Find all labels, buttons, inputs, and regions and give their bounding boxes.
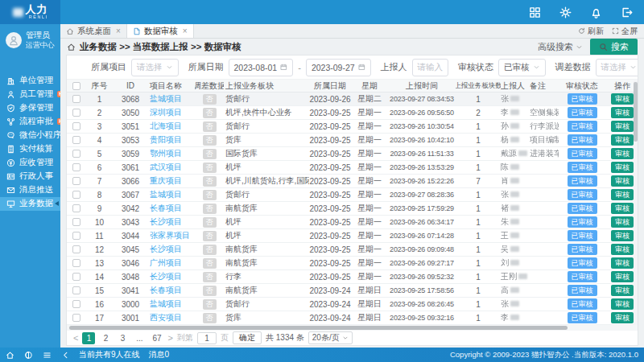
- next-page-arrow[interactable]: >: [168, 333, 173, 343]
- project-link[interactable]: 盐城项目: [150, 93, 182, 105]
- logout-icon[interactable]: [621, 6, 633, 19]
- row-checkbox[interactable]: [72, 136, 80, 144]
- confirm-button[interactable]: 确定: [233, 331, 262, 344]
- page-button[interactable]: 67: [150, 332, 163, 344]
- row-checkbox[interactable]: [72, 177, 80, 185]
- project-link[interactable]: 武汉项目: [150, 162, 182, 173]
- refresh-button[interactable]: 刷新: [578, 26, 604, 37]
- audit-button[interactable]: 审核: [611, 121, 634, 132]
- menu-icon[interactable]: [43, 351, 52, 360]
- row-checkbox[interactable]: [72, 122, 80, 130]
- sidebar-item-building[interactable]: 单位管理: [0, 74, 60, 88]
- row-checkbox[interactable]: [72, 273, 80, 281]
- collapse-left-icon[interactable]: [61, 351, 70, 360]
- prev-page-arrow[interactable]: <: [73, 333, 78, 343]
- project-link[interactable]: 深圳项目: [150, 107, 182, 118]
- advanced-search-toggle[interactable]: 高级搜索: [538, 41, 583, 53]
- theme-icon[interactable]: [24, 351, 33, 360]
- project-select[interactable]: 请选择: [131, 59, 179, 76]
- select-all-checkbox[interactable]: [72, 82, 80, 90]
- status-badge: 已审核: [568, 93, 597, 105]
- sidebar-item-monitor[interactable]: 业务数据: [0, 197, 60, 211]
- audit-button[interactable]: 审核: [611, 93, 634, 105]
- project-link[interactable]: 广州项目: [150, 257, 182, 269]
- user-box[interactable]: 管理员 运营中心: [0, 24, 60, 50]
- reporter-input[interactable]: 请输入: [412, 59, 449, 76]
- row-checkbox[interactable]: [72, 109, 80, 117]
- row-checkbox[interactable]: [72, 218, 80, 226]
- tab-data-audit[interactable]: 数据审核 ×: [127, 24, 194, 38]
- row-checkbox[interactable]: [72, 314, 80, 322]
- row-checkbox[interactable]: [72, 300, 80, 308]
- sidebar-item-idcard[interactable]: 行政人事: [0, 170, 60, 183]
- audit-button[interactable]: 审核: [611, 271, 634, 282]
- audit-button[interactable]: 审核: [611, 285, 634, 296]
- audit-button[interactable]: 审核: [611, 162, 634, 173]
- audit-button[interactable]: 审核: [611, 189, 634, 200]
- audit-button[interactable]: 审核: [611, 107, 634, 118]
- project-link[interactable]: 北海项目: [150, 121, 182, 132]
- goto-page-input[interactable]: 1: [197, 332, 217, 344]
- row-checkbox[interactable]: [72, 232, 80, 240]
- close-icon[interactable]: ×: [116, 27, 121, 35]
- apps-icon[interactable]: [529, 6, 541, 19]
- date-to-input[interactable]: 2023-09-27: [306, 59, 371, 76]
- sidebar-item-employee[interactable]: 员工管理HOT: [0, 88, 60, 101]
- sidebar-item-envelope[interactable]: 消息推送: [0, 183, 60, 197]
- row-checkbox[interactable]: [72, 191, 80, 199]
- per-page-select[interactable]: 20条/页: [308, 331, 353, 344]
- project-link[interactable]: 长春项目: [150, 285, 182, 296]
- project-link[interactable]: 鄂州项目: [150, 148, 182, 159]
- page-button[interactable]: 3: [116, 332, 129, 344]
- audit-button[interactable]: 审核: [611, 298, 634, 310]
- status-select[interactable]: 已审核: [498, 59, 546, 76]
- row-checkbox[interactable]: [72, 204, 80, 212]
- audit-button[interactable]: 审核: [611, 216, 634, 228]
- project-link[interactable]: 长沙项目: [150, 216, 182, 228]
- vertical-scrollbar[interactable]: [634, 80, 638, 325]
- audit-button[interactable]: 审核: [611, 257, 634, 269]
- row-checkbox[interactable]: [72, 259, 80, 267]
- audit-button[interactable]: 审核: [611, 230, 634, 241]
- project-link[interactable]: 长春项目: [150, 203, 182, 214]
- audit-button[interactable]: 审核: [611, 134, 634, 146]
- audit-button[interactable]: 审核: [611, 244, 634, 255]
- home-icon[interactable]: [6, 351, 14, 360]
- fullscreen-button[interactable]: 全屏: [612, 26, 638, 37]
- row-checkbox[interactable]: [72, 286, 80, 294]
- bell-icon[interactable]: [590, 6, 602, 19]
- audit-button[interactable]: 审核: [611, 312, 634, 323]
- table-row: 93042长春项目否南航货库2023-09-25星期一2023-09-25 17…: [67, 202, 638, 216]
- cell-date: 2023-09-25: [309, 147, 351, 160]
- diff-select[interactable]: 请选择: [596, 59, 638, 76]
- audit-button[interactable]: 审核: [611, 148, 634, 159]
- row-checkbox[interactable]: [72, 245, 80, 253]
- search-button[interactable]: 搜索: [590, 39, 638, 56]
- horizontal-scrollbar[interactable]: [67, 325, 638, 331]
- date-from-input[interactable]: 2023-08-01: [229, 59, 294, 76]
- message-count[interactable]: 消息0: [149, 349, 170, 360]
- audit-button[interactable]: 审核: [611, 203, 634, 214]
- row-checkbox[interactable]: [72, 163, 80, 171]
- row-checkbox[interactable]: [72, 150, 80, 158]
- project-link[interactable]: 西安项目: [150, 312, 182, 323]
- tab-system-desktop[interactable]: 系统桌面 ×: [60, 24, 127, 38]
- sidebar-item-wechat[interactable]: 微信小程序NEW: [0, 129, 60, 142]
- project-link[interactable]: 张家界项目: [150, 230, 190, 241]
- sidebar-item-calculator[interactable]: 实付核算: [0, 142, 60, 156]
- project-link[interactable]: 重庆项目: [150, 175, 182, 187]
- project-link[interactable]: 盐城项目: [150, 189, 182, 200]
- sidebar-item-shield[interactable]: 参保管理: [0, 101, 60, 115]
- sidebar-item-flow[interactable]: 流程审批HOT: [0, 115, 60, 129]
- gear-icon[interactable]: [559, 6, 572, 19]
- sidebar-item-money[interactable]: 应收管理: [0, 156, 60, 170]
- row-checkbox[interactable]: [72, 95, 80, 103]
- project-link[interactable]: 长沙项目: [150, 271, 182, 282]
- project-link[interactable]: 盐城项目: [150, 298, 182, 310]
- page-button[interactable]: 2: [99, 332, 112, 344]
- project-link[interactable]: 贵阳项目: [150, 134, 182, 146]
- page-button[interactable]: 1: [82, 332, 95, 344]
- project-link[interactable]: 长沙项目: [150, 244, 182, 255]
- close-icon[interactable]: ×: [183, 27, 188, 35]
- audit-button[interactable]: 审核: [611, 175, 634, 187]
